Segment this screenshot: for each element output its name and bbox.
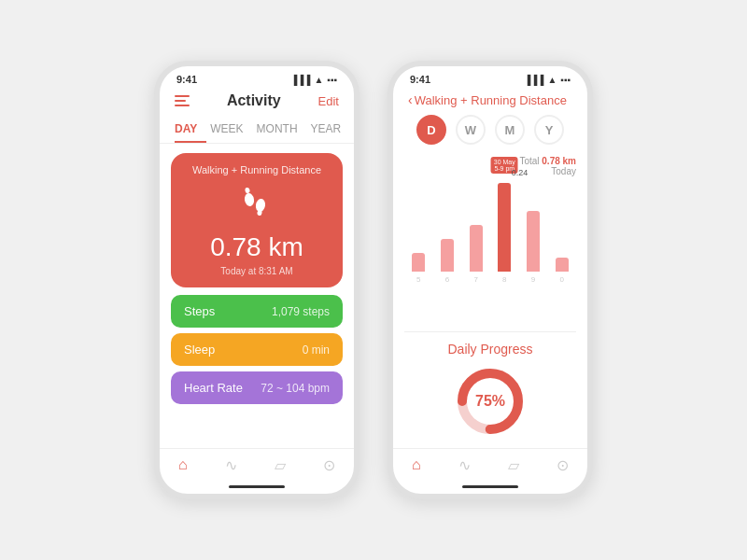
nav-stats-1[interactable]: ∿ bbox=[225, 456, 237, 474]
svg-point-2 bbox=[245, 188, 250, 194]
bar-tooltip-val: 0.24 bbox=[512, 168, 529, 177]
bottom-nav-2: ⌂ ∿ ▱ ⊙ bbox=[393, 448, 587, 485]
card-title: Walking + Running Distance bbox=[186, 164, 328, 175]
sleep-value: 0 min bbox=[303, 343, 330, 357]
nav-profile-2[interactable]: ⊙ bbox=[557, 456, 569, 474]
period-year[interactable]: Y bbox=[534, 115, 564, 145]
donut-container: 75% bbox=[404, 364, 576, 439]
bar-1 bbox=[412, 253, 425, 272]
bar-label-0: 0 bbox=[556, 275, 569, 284]
chart-total: 0.78 km bbox=[542, 156, 576, 166]
sleep-card[interactable]: Sleep 0 min bbox=[171, 333, 343, 366]
nav-home-1[interactable]: ⌂ bbox=[178, 456, 188, 474]
back-header: ‹ Walking + Running Distance bbox=[393, 89, 587, 115]
phone-2: 9:41 ▐▐▐ ▲ ▪▪▪ ‹ Walking + Running Dista… bbox=[388, 61, 593, 499]
main-activity-card[interactable]: Walking + Running Distance 0.78 km Today… bbox=[171, 153, 343, 287]
edit-button[interactable]: Edit bbox=[318, 94, 339, 108]
status-icons-2: ▐▐▐ ▲ ▪▪▪ bbox=[524, 75, 571, 85]
progress-section: Daily Progress 75% bbox=[393, 332, 587, 448]
status-bar-2: 9:41 ▐▐▐ ▲ ▪▪▪ bbox=[393, 66, 587, 89]
bottom-nav-1: ⌂ ∿ ▱ ⊙ bbox=[160, 448, 354, 485]
sleep-label: Sleep bbox=[184, 343, 215, 357]
nav-stats-2[interactable]: ∿ bbox=[458, 456, 471, 474]
phone-1: 9:41 ▐▐▐ ▲ ▪▪▪ Activity Edit DAY WEEK MO… bbox=[154, 61, 359, 499]
back-title: Walking + Running Distance bbox=[415, 93, 567, 107]
time-2: 9:41 bbox=[410, 74, 430, 85]
home-bar-2 bbox=[462, 485, 518, 488]
tab-week[interactable]: WEEK bbox=[210, 117, 252, 143]
nav-messages-1[interactable]: ▱ bbox=[275, 456, 286, 474]
chart-period: Today bbox=[551, 166, 576, 176]
heart-rate-card[interactable]: Heart Rate 72 ~ 104 bpm bbox=[171, 371, 343, 404]
status-icons-1: ▐▐▐ ▲ ▪▪▪ bbox=[290, 75, 337, 85]
bar-label-9: 9 bbox=[527, 275, 540, 284]
status-bar-1: 9:41 ▐▐▐ ▲ ▪▪▪ bbox=[160, 66, 354, 89]
tab-month[interactable]: MONTH bbox=[257, 117, 307, 143]
period-week[interactable]: W bbox=[456, 115, 486, 145]
tab-bar: DAY WEEK MONTH YEAR bbox=[160, 117, 354, 144]
heart-value: 72 ~ 104 bpm bbox=[261, 382, 330, 395]
bar-label-7: 7 bbox=[470, 275, 483, 284]
nav-home-2[interactable]: ⌂ bbox=[412, 456, 421, 474]
steps-label: Steps bbox=[184, 304, 215, 318]
bar-3 bbox=[470, 225, 483, 272]
svg-point-0 bbox=[244, 192, 255, 207]
steps-card[interactable]: Steps 1,079 steps bbox=[171, 295, 343, 328]
bar-2 bbox=[441, 239, 454, 272]
heart-label: Heart Rate bbox=[184, 381, 243, 395]
nav-messages-2[interactable]: ▱ bbox=[508, 456, 519, 474]
period-day[interactable]: D bbox=[416, 115, 446, 145]
chart-section: Total 0.78 km Today 30 May5-9 pm 0.24 5 … bbox=[404, 156, 576, 332]
back-button[interactable]: ‹ Walking + Running Distance bbox=[408, 92, 567, 107]
chart-container: 30 May5-9 pm 0.24 bbox=[404, 180, 576, 273]
back-chevron-icon: ‹ bbox=[408, 92, 413, 107]
nav-profile-1[interactable]: ⊙ bbox=[323, 456, 335, 474]
footsteps-icon bbox=[186, 183, 328, 227]
tab-day[interactable]: DAY bbox=[175, 117, 206, 143]
bar-5 bbox=[527, 211, 540, 272]
donut-label: 75% bbox=[475, 393, 505, 410]
menu-icon[interactable] bbox=[175, 95, 190, 106]
steps-value: 1,079 steps bbox=[272, 305, 330, 318]
time-1: 9:41 bbox=[176, 74, 197, 85]
bar-6 bbox=[556, 258, 569, 272]
bar-4-highlight: 30 May5-9 pm 0.24 bbox=[498, 183, 511, 272]
card-value: 0.78 km bbox=[186, 232, 328, 262]
home-bar-1 bbox=[229, 485, 285, 488]
bar-labels: 5 6 7 8 9 0 bbox=[404, 273, 576, 286]
tab-year[interactable]: YEAR bbox=[311, 117, 351, 143]
card-subtitle: Today at 8:31 AM bbox=[186, 266, 328, 276]
period-month[interactable]: M bbox=[495, 115, 525, 145]
period-tabs: D W M Y bbox=[393, 115, 587, 145]
app-title: Activity bbox=[227, 92, 281, 109]
donut-chart: 75% bbox=[453, 364, 528, 439]
progress-title: Daily Progress bbox=[404, 342, 576, 357]
app-header: Activity Edit bbox=[160, 89, 354, 117]
bar-label-6: 6 bbox=[441, 275, 454, 284]
bar-label-5: 5 bbox=[412, 275, 425, 284]
bar-label-8: 8 bbox=[498, 275, 511, 284]
